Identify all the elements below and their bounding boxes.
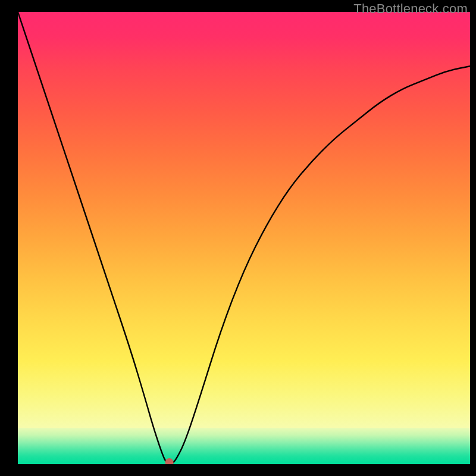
- bottleneck-curve: [18, 12, 470, 464]
- watermark-text: TheBottleneck.com: [353, 1, 468, 17]
- chart-frame: TheBottleneck.com: [0, 0, 476, 476]
- curve-overlay: [18, 12, 470, 464]
- plot-area: [18, 12, 470, 464]
- optimum-marker: [165, 458, 174, 464]
